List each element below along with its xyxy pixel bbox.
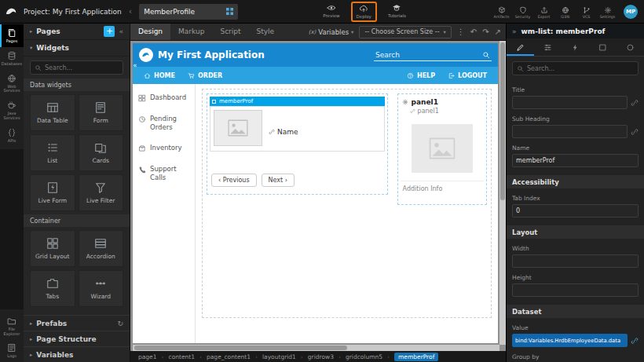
collapse-sidebar-icon[interactable]: « xyxy=(119,27,123,35)
rail-item-databases[interactable]: Databases xyxy=(0,47,24,70)
wavemaker-logo-icon[interactable] xyxy=(0,0,24,24)
tutorials-button[interactable]: Tutorials xyxy=(388,1,406,18)
tab-styles[interactable] xyxy=(534,38,562,56)
widget-tile-tabs[interactable]: Tabs xyxy=(30,270,75,307)
next-button[interactable]: Next › xyxy=(262,174,295,187)
tab-script[interactable]: Script xyxy=(212,24,248,40)
widget-tile-grid-layout[interactable]: Grid Layout xyxy=(30,230,75,267)
vcs-button[interactable]: VCS xyxy=(576,4,597,19)
width-input[interactable] xyxy=(512,254,639,268)
image-placeholder[interactable] xyxy=(214,110,262,146)
tab-markup[interactable]: Markup xyxy=(170,24,212,40)
menu-item-inventory[interactable]: Inventory xyxy=(138,144,189,152)
list-widget-memberprof[interactable]: memberProf Name xyxy=(207,93,388,195)
more-options-icon[interactable]: ⋮ xyxy=(457,28,465,36)
widget-tile-cards[interactable]: Cards xyxy=(79,134,124,171)
menu-item-dashboard[interactable]: Dashboard xyxy=(138,93,189,102)
accessibility-section-header[interactable]: Accessibility xyxy=(507,175,644,188)
export-button[interactable]: Export xyxy=(533,4,554,19)
variables-button[interactable]: (x) Variables ▾ xyxy=(309,28,354,36)
rail-item-file-explorer[interactable]: File Explorer xyxy=(0,313,24,340)
horizontal-scrollbar[interactable] xyxy=(133,345,499,351)
widget-tile-list[interactable]: List xyxy=(30,134,75,171)
panel-subtitle[interactable]: panel1 xyxy=(401,107,484,118)
panel-widget-panel1[interactable]: panel1 panel1 Addition In xyxy=(397,93,487,205)
settings-button[interactable]: Settings xyxy=(597,4,618,19)
widget-selection-bar[interactable]: memberProf xyxy=(210,97,385,106)
page-grid-icon[interactable] xyxy=(226,8,233,15)
nav-order[interactable]: ORDER xyxy=(181,67,229,84)
chevron-left-icon[interactable]: ‹ xyxy=(129,6,132,16)
add-page-button[interactable]: + xyxy=(104,26,115,37)
active-page-tab[interactable]: MemberProfile xyxy=(139,4,238,20)
bind-title-icon[interactable] xyxy=(631,99,639,107)
widget-tile-live-form[interactable]: Live Form xyxy=(30,174,75,211)
breadcrumb-content1[interactable]: content1 xyxy=(169,353,196,360)
tab-style[interactable]: Style xyxy=(249,24,283,40)
undo-icon[interactable]: ↶ xyxy=(470,28,477,36)
previous-button[interactable]: ‹ Previous xyxy=(211,174,257,187)
tab-security[interactable] xyxy=(617,38,644,56)
menu-item-support-calls[interactable]: Support Calls xyxy=(138,165,189,181)
widget-tile-accordion[interactable]: Accordion xyxy=(79,230,124,267)
vertical-scrollbar[interactable] xyxy=(499,41,506,345)
tab-events[interactable] xyxy=(562,38,589,56)
prefabs-section-header[interactable]: ▸ Prefabs ↻ xyxy=(24,315,130,331)
user-avatar[interactable]: MP xyxy=(624,5,638,19)
nav-home[interactable]: HOME xyxy=(137,67,181,84)
app-search[interactable] xyxy=(374,49,492,61)
bind-value-icon[interactable] xyxy=(631,337,639,345)
nav-help[interactable]: HELP xyxy=(401,67,441,84)
tab-properties[interactable] xyxy=(507,38,534,56)
title-input[interactable] xyxy=(512,96,628,109)
widgets-section-header[interactable]: ▾ Widgets xyxy=(24,40,130,57)
list-item-template[interactable]: Name xyxy=(210,106,385,152)
properties-search-input[interactable] xyxy=(527,65,634,72)
tab-design[interactable]: Design xyxy=(130,24,170,40)
rail-item-web-services[interactable]: Web Services xyxy=(0,70,24,97)
widget-search[interactable] xyxy=(30,60,123,75)
nav-logout[interactable]: LOGOUT xyxy=(441,67,493,84)
widget-drag-handle-icon[interactable] xyxy=(212,100,216,104)
i18n-button[interactable]: I18N xyxy=(554,4,576,19)
widget-tile-wizard[interactable]: Wizard xyxy=(79,270,124,307)
redo-icon[interactable]: ↷ xyxy=(482,28,488,36)
horizontal-scrollbar-thumb[interactable] xyxy=(134,346,347,350)
security-button[interactable]: Security xyxy=(512,4,533,19)
widget-search-input[interactable] xyxy=(45,64,119,71)
screen-size-dropdown[interactable]: -- Choose Screen Size -- ▾ xyxy=(359,26,451,38)
collapse-right-panel-icon[interactable]: » xyxy=(512,27,517,35)
widget-tile-live-filter[interactable]: Live Filter xyxy=(79,174,124,211)
panel-header[interactable]: panel1 xyxy=(401,97,484,107)
breadcrumb-page-content1[interactable]: page_content1 xyxy=(207,353,251,360)
preview-button[interactable]: Preview xyxy=(323,1,339,18)
breadcrumb-page1[interactable]: page1 xyxy=(138,353,157,360)
page-structure-section-header[interactable]: ▸ Page Structure xyxy=(24,331,130,346)
variables-section-header[interactable]: ▸ Variables xyxy=(24,346,130,362)
name-field[interactable]: Name xyxy=(269,115,298,148)
panel-image-placeholder[interactable] xyxy=(412,124,473,173)
breadcrumb-gridrow3[interactable]: gridrow3 xyxy=(308,353,334,360)
widget-tile-form[interactable]: Form xyxy=(79,94,124,131)
menu-item-pending-orders[interactable]: Pending Orders xyxy=(138,115,189,131)
layout-section-header[interactable]: Layout xyxy=(507,225,644,239)
rail-item-logs[interactable]: Logs xyxy=(0,339,24,362)
widget-tile-data-table[interactable]: Data Table xyxy=(30,94,75,131)
rail-item-apis[interactable]: APIs xyxy=(0,124,24,147)
breadcrumb-memberprof[interactable]: memberProf xyxy=(394,353,438,361)
pages-section-header[interactable]: ▸ Pages + « xyxy=(24,24,130,40)
name-input[interactable] xyxy=(512,154,639,167)
deploy-button[interactable]: Deploy xyxy=(351,2,377,22)
rail-item-pages[interactable]: Pages xyxy=(0,24,24,47)
collapse-left-panel-icon[interactable]: « xyxy=(133,61,137,69)
preview-app-header[interactable]: My First Application xyxy=(133,43,498,67)
subheading-input[interactable] xyxy=(512,125,628,138)
bind-subheading-icon[interactable] xyxy=(631,128,639,136)
dataset-section-header[interactable]: Dataset xyxy=(507,305,644,318)
artifacts-button[interactable]: Artifacts xyxy=(491,4,512,19)
breadcrumb-layoutgrid1[interactable]: layoutgrid1 xyxy=(262,353,296,360)
tabindex-input[interactable] xyxy=(512,204,639,218)
height-input[interactable] xyxy=(512,283,639,297)
rail-item-java-services[interactable]: Java Services xyxy=(0,97,24,124)
vertical-scrollbar-thumb[interactable] xyxy=(500,42,505,200)
